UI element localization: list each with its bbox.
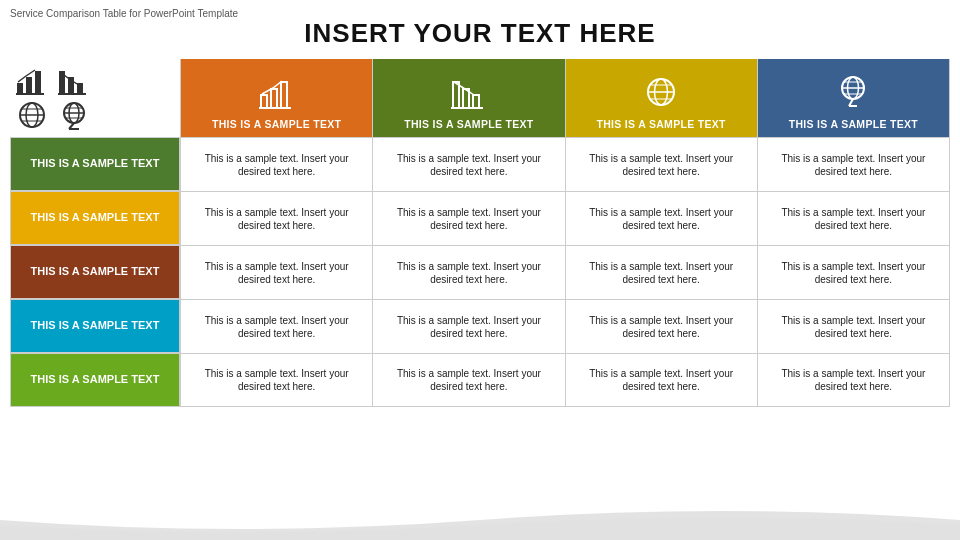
col-icon-2 (644, 75, 678, 116)
cell-0-0: This is a sample text. Insert your desir… (181, 137, 372, 191)
cell-2-2: This is a sample text. Insert your desir… (566, 245, 757, 299)
icon-row-1 (14, 66, 92, 96)
cell-0-2: This is a sample text. Insert your desir… (181, 245, 372, 299)
col-header-2: THIS IS A SAMPLE TEXT (566, 59, 757, 137)
svg-rect-20 (261, 95, 267, 108)
bottom-wave-decoration (0, 510, 960, 540)
bar-chart-icon-2 (56, 66, 92, 96)
col-header-text-1: THIS IS A SAMPLE TEXT (404, 118, 533, 131)
row-label-4: THIS IS A SAMPLE TEXT (10, 353, 180, 407)
cell-3-3: This is a sample text. Insert your desir… (758, 299, 949, 353)
col-header-0: THIS IS A SAMPLE TEXT (181, 59, 372, 137)
cell-1-2: This is a sample text. Insert your desir… (373, 245, 564, 299)
row-label-0: THIS IS A SAMPLE TEXT (10, 137, 180, 191)
cell-0-3: This is a sample text. Insert your desir… (181, 299, 372, 353)
svg-rect-24 (453, 82, 459, 108)
left-icon-header (10, 59, 180, 137)
globe-icon-1 (14, 100, 50, 130)
col-icon-3 (836, 73, 870, 116)
svg-rect-26 (473, 95, 479, 108)
col-header-3: THIS IS A SAMPLE TEXT (758, 59, 949, 137)
cell-3-2: This is a sample text. Insert your desir… (758, 245, 949, 299)
main-container: THIS IS A SAMPLE TEXT THIS IS A SAMPLE T… (0, 59, 960, 407)
watermark-text: Service Comparison Table for PowerPoint … (10, 8, 238, 19)
data-columns: THIS IS A SAMPLE TEXT This is a sample t… (180, 59, 950, 407)
cell-1-3: This is a sample text. Insert your desir… (373, 299, 564, 353)
left-icons (14, 66, 92, 130)
svg-rect-0 (17, 83, 23, 94)
cell-2-4: This is a sample text. Insert your desir… (566, 353, 757, 407)
bar-chart-icon-1 (14, 66, 50, 96)
cell-1-4: This is a sample text. Insert your desir… (373, 353, 564, 407)
cell-2-3: This is a sample text. Insert your desir… (566, 299, 757, 353)
svg-rect-6 (77, 83, 83, 94)
cell-1-1: This is a sample text. Insert your desir… (373, 191, 564, 245)
col-header-text-3: THIS IS A SAMPLE TEXT (789, 118, 918, 131)
svg-rect-1 (26, 77, 32, 94)
cell-2-1: This is a sample text. Insert your desir… (566, 191, 757, 245)
svg-line-38 (849, 99, 853, 106)
data-col-2: THIS IS A SAMPLE TEXT This is a sample t… (565, 59, 757, 407)
cell-2-0: This is a sample text. Insert your desir… (566, 137, 757, 191)
svg-rect-22 (281, 82, 287, 108)
svg-rect-21 (271, 89, 277, 108)
col-header-1: THIS IS A SAMPLE TEXT (373, 59, 564, 137)
col-header-text-2: THIS IS A SAMPLE TEXT (597, 118, 726, 131)
col-icon-1 (451, 77, 487, 116)
globe-icon-2 (56, 100, 92, 130)
col-icon-0 (259, 77, 295, 116)
cell-3-1: This is a sample text. Insert your desir… (758, 191, 949, 245)
data-col-3: THIS IS A SAMPLE TEXT This is a sample t… (757, 59, 950, 407)
icon-row-2 (14, 100, 92, 130)
row-label-1: THIS IS A SAMPLE TEXT (10, 191, 180, 245)
col-header-text-0: THIS IS A SAMPLE TEXT (212, 118, 341, 131)
data-col-0: THIS IS A SAMPLE TEXT This is a sample t… (180, 59, 372, 407)
cell-3-4: This is a sample text. Insert your desir… (758, 353, 949, 407)
data-col-1: THIS IS A SAMPLE TEXT This is a sample t… (372, 59, 564, 407)
cell-1-0: This is a sample text. Insert your desir… (373, 137, 564, 191)
svg-rect-2 (35, 71, 41, 94)
left-column: THIS IS A SAMPLE TEXT THIS IS A SAMPLE T… (10, 59, 180, 407)
cell-0-1: This is a sample text. Insert your desir… (181, 191, 372, 245)
row-label-2: THIS IS A SAMPLE TEXT (10, 245, 180, 299)
cell-3-0: This is a sample text. Insert your desir… (758, 137, 949, 191)
cell-0-4: This is a sample text. Insert your desir… (181, 353, 372, 407)
row-label-3: THIS IS A SAMPLE TEXT (10, 299, 180, 353)
